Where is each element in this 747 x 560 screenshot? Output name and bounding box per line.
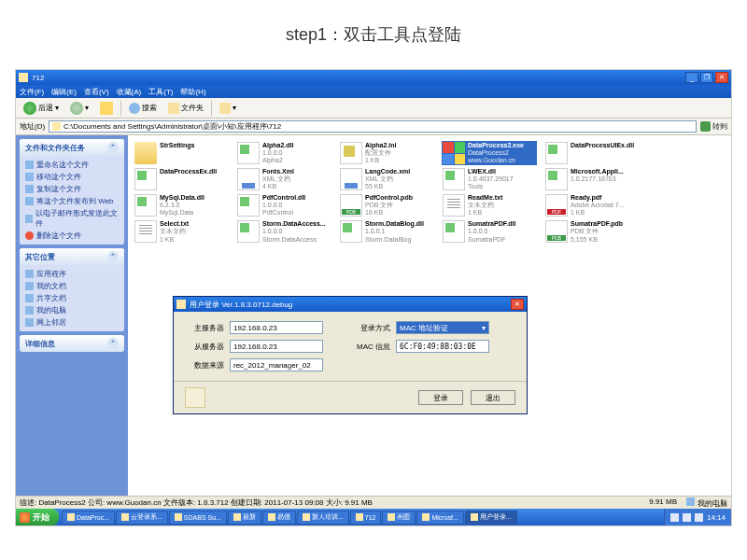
file-item[interactable]: MySql.Data.dll6.2.3.0MySql.Data	[134, 193, 229, 217]
file-meta: 1.0.0.1	[365, 228, 433, 235]
taskbar-item[interactable]: 最新	[228, 511, 261, 525]
login-footer-icon	[185, 387, 205, 408]
sidebar-item[interactable]: 复制这个文件	[25, 183, 119, 195]
file-item[interactable]: LWEX.dll1.0.4037.29017Tools	[442, 167, 537, 191]
data-source-input[interactable]: rec_2012_manager_02	[230, 358, 323, 371]
taskbar-item[interactable]: DataProc...	[62, 511, 115, 525]
mac-display: 6C:F0:49:8B:03:0E	[396, 340, 489, 353]
sidebar-panel-header[interactable]: 文件和文件夹任务⌃	[20, 139, 124, 156]
taskbar-item[interactable]: Microsf...	[416, 511, 463, 525]
back-button[interactable]: 后退 ▾	[20, 101, 63, 116]
sidebar-item[interactable]: 我的电脑	[25, 304, 119, 316]
file-name: MySql.Data.dll	[160, 194, 228, 202]
xml-icon	[340, 168, 362, 190]
sidebar-item[interactable]: 移动这个文件	[25, 171, 119, 183]
file-item[interactable]: PdfControl.dll1.0.0.0PdfControl	[236, 193, 331, 217]
file-item[interactable]: Microsoft.Appli...1.0.2177.18763	[544, 167, 640, 191]
file-item[interactable]: StrSettings	[134, 141, 229, 165]
close-button[interactable]: ✕	[715, 72, 728, 83]
file-item[interactable]: SumatraPDF.dll1.0.0.0SumatraPDF	[442, 219, 537, 244]
taskbar-item[interactable]: 易信	[262, 511, 296, 525]
system-tray[interactable]: 14:14	[664, 509, 731, 525]
menu-view[interactable]: 查看(V)	[84, 87, 109, 97]
file-item[interactable]: Storm.DataAccess...1.0.0.0Storm.DataAcce…	[236, 219, 331, 244]
file-meta: 16 KB	[365, 209, 433, 217]
app-icon	[233, 513, 241, 521]
file-name: Storm.DataBlog.dll	[365, 220, 433, 228]
forward-button[interactable]: ▾	[66, 101, 92, 116]
clock[interactable]: 14:14	[707, 513, 726, 522]
sidebar-panel: 详细信息⌃	[20, 335, 124, 352]
file-item[interactable]: Ready.pdfAdobe Acrobat 7...1 KB	[544, 193, 640, 217]
taskbar-item[interactable]: SDABS Su...	[169, 511, 227, 525]
menu-file[interactable]: 文件(F)	[20, 87, 44, 97]
start-button[interactable]: 开始	[16, 509, 59, 525]
tray-icon[interactable]	[670, 513, 679, 522]
file-item[interactable]: Storm.DataBlog.dll1.0.0.1Storm.DataBlog	[339, 219, 434, 244]
taskbar-item[interactable]: 712	[350, 511, 382, 525]
file-item[interactable]: Alpha2.ini配置文件1 KB	[339, 141, 434, 165]
minimize-button[interactable]: _	[685, 72, 698, 83]
menu-edit[interactable]: 编辑(E)	[51, 87, 77, 97]
file-item[interactable]: Alpha2.dll1.0.0.0Alpha2	[236, 141, 331, 165]
views-button[interactable]: ▾	[216, 102, 240, 115]
file-item[interactable]: LangCode.xmlXML 文档55 KB	[339, 167, 434, 191]
sidebar-item[interactable]: 将这个文件发布到 Web	[25, 195, 119, 207]
file-item[interactable]: ReadMe.txt文本文档1 KB	[442, 193, 537, 217]
sidebar-item-label: 删除这个文件	[36, 231, 81, 241]
address-input[interactable]: C:\Documents and Settings\Administrator\…	[49, 120, 697, 133]
move-icon	[25, 173, 34, 181]
file-meta: Alpha2	[262, 157, 331, 164]
login-dialog: 用户登录 Ver.1.8.3.0712.debug ✕ 主服务器 192.168…	[173, 296, 528, 414]
sidebar-item[interactable]: 我的文档	[25, 280, 119, 292]
tray-icon[interactable]	[695, 513, 703, 522]
menu-tools[interactable]: 工具(T)	[148, 87, 173, 97]
sidebar-item[interactable]: 应用程序	[25, 268, 119, 280]
sidebar-item-label: 我的文档	[36, 281, 66, 291]
folders-button[interactable]: 文件夹	[164, 102, 207, 115]
sidebar-item[interactable]: 共享文档	[25, 292, 119, 304]
file-item[interactable]: DataProcess2.exeDataProcess2www.Guodan.c…	[442, 141, 537, 165]
taskbar-item[interactable]: 新人培训...	[297, 511, 349, 525]
folder-icon	[25, 270, 34, 278]
login-titlebar[interactable]: 用户登录 Ver.1.8.3.0712.debug ✕	[174, 297, 527, 312]
main-server-input[interactable]: 192.168.0.23	[230, 321, 323, 334]
tray-icon[interactable]	[683, 513, 691, 522]
sidebar-item[interactable]: 网上邻居	[25, 316, 119, 329]
file-item[interactable]: Fonts.XmlXML 文档4 KB	[236, 167, 331, 191]
sidebar-panel-header[interactable]: 详细信息⌃	[20, 335, 124, 352]
maximize-button[interactable]: ❐	[700, 72, 713, 83]
search-button[interactable]: 搜索	[125, 102, 161, 115]
menu-favorites[interactable]: 收藏(A)	[117, 87, 142, 97]
file-item[interactable]: DataProcessUIEx.dll	[544, 141, 640, 165]
start-icon	[20, 512, 30, 523]
file-meta: Tools	[468, 183, 536, 190]
explorer-titlebar[interactable]: 712 _ ❐ ✕	[16, 70, 731, 85]
sidebar-item[interactable]: 以电子邮件形式发送此文件	[25, 207, 119, 230]
file-item[interactable]: Select.txt文本文档1 KB	[134, 219, 229, 244]
file-meta: www.Guodan.cn	[468, 157, 536, 164]
sidebar-item[interactable]: 删除这个文件	[25, 230, 119, 242]
login-close-button[interactable]: ✕	[511, 299, 524, 310]
file-meta: 4 KB	[262, 183, 331, 190]
address-label: 地址(D)	[20, 121, 45, 132]
xml-icon	[237, 168, 260, 190]
file-item[interactable]: SumatraPDF.pdbPDB 文件5,155 KB	[544, 219, 640, 244]
exit-button[interactable]: 退出	[471, 390, 515, 405]
login-button[interactable]: 登录	[418, 390, 463, 405]
menu-help[interactable]: 帮助(H)	[180, 87, 205, 97]
login-mode-select[interactable]: MAC 地址验证▾	[396, 321, 489, 334]
file-item[interactable]: PdfControl.pdbPDB 文件16 KB	[339, 193, 434, 217]
sidebar-item-label: 共享文档	[36, 293, 66, 303]
taskbar-item[interactable]: 画图	[382, 511, 416, 525]
go-button[interactable]: 转到	[700, 121, 727, 132]
taskbar-item[interactable]: 云登录系...	[116, 511, 168, 525]
sidebar-item[interactable]: 重命名这个文件	[25, 159, 119, 171]
up-button[interactable]	[96, 101, 117, 116]
sidebar-panel-header[interactable]: 其它位置⌃	[20, 248, 124, 265]
sub-server-input[interactable]: 192.168.0.23	[230, 340, 323, 353]
app-icon	[121, 513, 129, 521]
file-item[interactable]: DataProcessEx.dll	[134, 167, 229, 191]
file-name: Alpha2.dll	[262, 142, 331, 149]
taskbar-item[interactable]: 用户登录...	[465, 511, 517, 525]
